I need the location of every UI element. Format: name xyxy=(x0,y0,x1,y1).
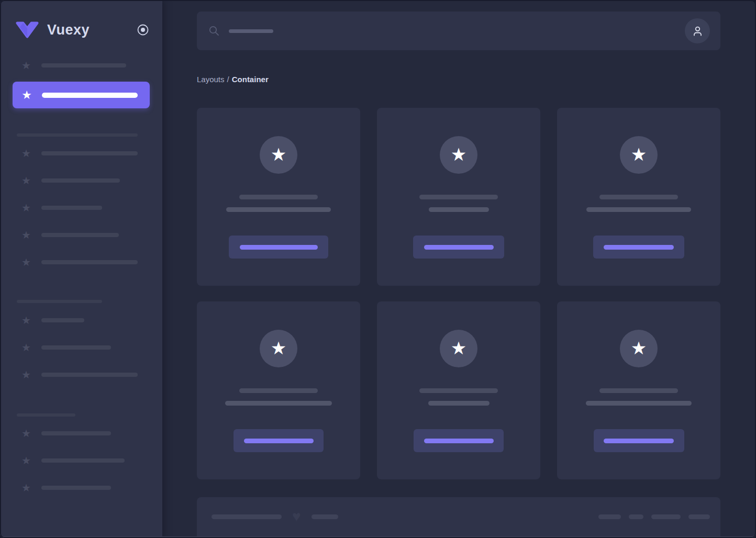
search-input[interactable] xyxy=(197,12,720,50)
sidebar-item[interactable]: ★ xyxy=(12,307,150,334)
skeleton-bar xyxy=(41,233,119,237)
vuexy-logo-icon xyxy=(15,21,40,38)
sidebar-item[interactable]: ★ xyxy=(12,334,150,361)
user-avatar-button[interactable] xyxy=(685,18,710,43)
skeleton-bar xyxy=(41,151,138,155)
card-avatar-circle: ★ xyxy=(440,330,477,367)
card-avatar-circle: ★ xyxy=(440,136,477,174)
card-button[interactable] xyxy=(414,429,504,452)
skeleton-bar xyxy=(41,431,111,435)
star-icon: ★ xyxy=(21,89,32,101)
star-icon: ★ xyxy=(271,339,286,357)
section-header-skeleton xyxy=(17,133,138,137)
breadcrumb-separator: / xyxy=(227,75,229,84)
star-icon: ★ xyxy=(451,145,466,163)
card-button[interactable] xyxy=(234,429,324,452)
breadcrumb-parent-link[interactable]: Layouts xyxy=(197,75,225,84)
skeleton-bar xyxy=(41,63,126,68)
skeleton-bar xyxy=(598,514,621,519)
card-avatar-circle: ★ xyxy=(260,136,297,174)
skeleton-title-bar xyxy=(419,195,498,199)
placeholder-card: ★ xyxy=(377,108,540,286)
main-content: Layouts/Container ★★★★★★ ♥ xyxy=(162,0,756,538)
sidebar-section: ★★★ xyxy=(12,413,150,501)
footer-left-group: ♥ xyxy=(212,514,338,519)
skeleton-subtitle-bar xyxy=(429,207,489,212)
skeleton-subtitle-bar xyxy=(226,207,331,212)
skeleton-button-label xyxy=(240,245,318,250)
skeleton-bar xyxy=(651,514,681,519)
skeleton-bar xyxy=(629,514,643,519)
sidebar-item[interactable]: ★ xyxy=(12,249,150,276)
star-icon: ★ xyxy=(21,369,31,380)
skeleton-bar xyxy=(688,514,710,519)
section-header-skeleton xyxy=(17,413,75,417)
skeleton-subtitle-bar xyxy=(225,401,332,406)
heart-icon: ♥ xyxy=(292,514,301,519)
sidebar-section: ★★★ xyxy=(12,300,150,388)
card-button[interactable] xyxy=(593,236,684,259)
star-icon: ★ xyxy=(21,230,31,240)
sidebar-item[interactable]: ★ xyxy=(12,447,150,474)
star-icon: ★ xyxy=(21,455,31,466)
sidebar-item[interactable]: ★ xyxy=(12,420,150,447)
card-avatar-circle: ★ xyxy=(260,330,297,367)
sidebar-item[interactable]: ★ xyxy=(12,54,150,76)
star-icon: ★ xyxy=(451,339,466,357)
skeleton-button-label xyxy=(244,439,314,443)
star-icon: ★ xyxy=(21,257,31,267)
sidebar: Vuexy ★ ★ ★★★★★★★★★★★ xyxy=(0,0,162,538)
sidebar-item[interactable]: ★ xyxy=(12,221,150,249)
breadcrumb-current: Container xyxy=(232,75,269,84)
skeleton-title-bar xyxy=(239,195,318,199)
user-icon xyxy=(691,24,705,38)
card-button[interactable] xyxy=(594,429,684,452)
star-icon: ★ xyxy=(21,60,31,71)
skeleton-bar xyxy=(41,486,111,490)
sidebar-item[interactable]: ★ xyxy=(12,167,150,194)
star-icon: ★ xyxy=(21,483,31,493)
skeleton-bar xyxy=(41,318,84,322)
star-icon: ★ xyxy=(631,145,647,163)
star-icon: ★ xyxy=(21,342,31,353)
skeleton-bar xyxy=(41,345,111,350)
placeholder-card: ★ xyxy=(557,108,720,286)
skeleton-subtitle-bar xyxy=(586,401,692,406)
card-button[interactable] xyxy=(229,236,328,259)
sidebar-nav: ★ ★ ★★★★★★★★★★★ xyxy=(0,54,162,501)
skeleton-button-label xyxy=(604,245,674,250)
skeleton-subtitle-bar xyxy=(428,401,490,406)
card-button[interactable] xyxy=(413,236,504,259)
skeleton-bar xyxy=(41,178,120,183)
search-icon xyxy=(208,25,220,37)
app-window: Vuexy ★ ★ ★★★★★★★★★★★ xyxy=(0,0,756,538)
sidebar-item[interactable]: ★ xyxy=(12,474,150,501)
skeleton-subtitle-bar xyxy=(586,207,691,212)
menu-pin-toggle-icon[interactable] xyxy=(136,23,150,37)
sidebar-header: Vuexy xyxy=(0,0,162,39)
star-icon: ★ xyxy=(271,145,286,163)
star-icon: ★ xyxy=(21,148,31,159)
breadcrumb: Layouts/Container xyxy=(197,74,720,85)
sidebar-section: ★★★★★ xyxy=(12,133,150,276)
skeleton-bar xyxy=(41,458,125,463)
placeholder-card: ★ xyxy=(197,108,360,286)
card-grid: ★★★★★★ xyxy=(197,108,720,479)
placeholder-card: ★ xyxy=(557,301,720,479)
sidebar-item-active[interactable]: ★ xyxy=(13,82,150,108)
placeholder-card: ★ xyxy=(197,301,360,479)
app-layout: Vuexy ★ ★ ★★★★★★★★★★★ xyxy=(0,0,756,538)
skeleton-title-bar xyxy=(599,388,678,393)
sidebar-item[interactable]: ★ xyxy=(12,361,150,388)
search-placeholder-skeleton xyxy=(229,29,273,33)
footer-right-group xyxy=(598,514,710,519)
star-icon: ★ xyxy=(21,203,31,213)
skeleton-bar xyxy=(41,206,102,210)
skeleton-button-label xyxy=(424,439,494,443)
card-avatar-circle: ★ xyxy=(620,136,658,174)
sidebar-item[interactable]: ★ xyxy=(12,140,150,167)
skeleton-bar xyxy=(312,514,338,519)
sidebar-item[interactable]: ★ xyxy=(12,194,150,221)
skeleton-button-label xyxy=(604,439,674,443)
star-icon: ★ xyxy=(631,339,647,357)
